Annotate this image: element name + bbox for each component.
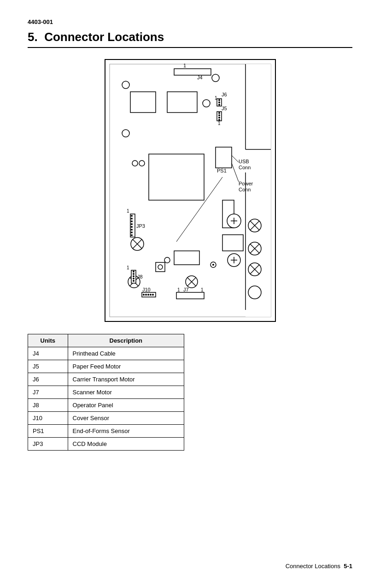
svg-text:Conn: Conn xyxy=(239,187,251,192)
svg-point-81 xyxy=(133,271,134,273)
svg-rect-24 xyxy=(130,92,156,113)
svg-point-85 xyxy=(133,280,134,282)
svg-text:J5: J5 xyxy=(222,106,227,111)
svg-text:1: 1 xyxy=(215,95,217,101)
footer: Connector Locations 5-1 xyxy=(286,563,352,570)
svg-point-47 xyxy=(131,232,133,233)
table-row: J8Operator Panel xyxy=(28,399,184,412)
svg-point-19 xyxy=(218,114,220,116)
unit-cell: J6 xyxy=(28,373,68,386)
svg-point-9 xyxy=(212,74,219,82)
svg-point-14 xyxy=(218,104,220,106)
unit-cell: J5 xyxy=(28,360,68,373)
svg-point-91 xyxy=(147,294,149,296)
description-cell: Printhead Cable xyxy=(68,347,184,360)
svg-text:J10: J10 xyxy=(142,287,151,292)
svg-point-84 xyxy=(133,278,134,279)
svg-point-46 xyxy=(131,229,133,231)
description-cell: Cover Sensor xyxy=(68,412,184,425)
description-cell: Paper Feed Motor xyxy=(68,360,184,373)
description-cell: CCD Module xyxy=(68,438,184,451)
svg-text:USB: USB xyxy=(239,159,249,164)
description-cell: Operator Panel xyxy=(68,399,184,412)
unit-cell: PS1 xyxy=(28,425,68,438)
svg-point-42 xyxy=(131,218,133,220)
svg-text:Conn: Conn xyxy=(239,165,251,170)
table-row: J6Carrier Transport Motor xyxy=(28,373,184,386)
svg-point-67 xyxy=(164,257,170,263)
description-cell: Scanner Motor xyxy=(68,386,184,399)
unit-cell: J8 xyxy=(28,399,68,412)
svg-text:Power: Power xyxy=(239,181,253,186)
col2-header: Description xyxy=(68,334,184,347)
svg-rect-95 xyxy=(176,292,204,299)
svg-point-92 xyxy=(150,294,152,296)
svg-point-29 xyxy=(139,160,145,166)
svg-rect-30 xyxy=(149,154,204,200)
svg-rect-6 xyxy=(174,69,211,75)
svg-point-27 xyxy=(122,130,129,137)
svg-point-26 xyxy=(203,100,210,107)
table-row: J5Paper Feed Motor xyxy=(28,360,184,373)
svg-point-28 xyxy=(132,160,138,166)
svg-text:1: 1 xyxy=(218,121,221,126)
svg-text:PS1: PS1 xyxy=(217,168,227,173)
unit-cell: J10 xyxy=(28,412,68,425)
svg-text:J7: J7 xyxy=(183,287,189,292)
footer-page: 5-1 xyxy=(344,563,352,570)
svg-text:1: 1 xyxy=(177,287,180,292)
svg-point-43 xyxy=(131,220,133,222)
svg-point-90 xyxy=(145,294,147,296)
unit-cell: J4 xyxy=(28,347,68,360)
svg-text:1: 1 xyxy=(201,287,204,292)
svg-point-82 xyxy=(133,273,134,275)
table-row: J10Cover Sensor xyxy=(28,412,184,425)
svg-rect-40 xyxy=(130,214,135,237)
section-title: 5. Connector Locations xyxy=(28,30,352,48)
svg-text:JP3: JP3 xyxy=(136,223,145,229)
svg-point-72 xyxy=(158,265,163,269)
description-cell: End-of-Forms Sensor xyxy=(68,425,184,438)
table-row: J4Printhead Cable xyxy=(28,347,184,360)
svg-text:1: 1 xyxy=(127,265,129,270)
svg-point-44 xyxy=(131,223,133,225)
svg-point-93 xyxy=(152,294,154,296)
svg-text:1: 1 xyxy=(127,208,129,214)
svg-point-13 xyxy=(218,101,220,103)
description-cell: Carrier Transport Motor xyxy=(68,373,184,386)
doc-number: 4403-001 xyxy=(28,18,352,25)
svg-point-83 xyxy=(133,275,134,277)
svg-text:J8: J8 xyxy=(137,274,143,279)
svg-point-20 xyxy=(218,117,220,119)
svg-rect-25 xyxy=(167,92,197,113)
col1-header: Units xyxy=(28,334,68,347)
table-row: PS1End-of-Forms Sensor xyxy=(28,425,184,438)
svg-point-41 xyxy=(131,215,133,217)
svg-point-89 xyxy=(143,294,145,296)
svg-point-98 xyxy=(248,286,261,299)
connector-table: Units Description J4Printhead CableJ5Pap… xyxy=(28,334,184,451)
svg-text:J4: J4 xyxy=(197,75,203,80)
svg-text:J6: J6 xyxy=(222,92,227,97)
svg-rect-31 xyxy=(216,147,232,168)
unit-cell: JP3 xyxy=(28,438,68,451)
footer-text: Connector Locations xyxy=(286,563,340,570)
svg-point-12 xyxy=(218,99,220,101)
svg-point-48 xyxy=(131,234,133,236)
table-row: JP3CCD Module xyxy=(28,438,184,451)
connector-diagram: 1 J4 J6 1 J5 1 xyxy=(28,57,352,325)
svg-point-23 xyxy=(122,81,129,89)
svg-rect-54 xyxy=(222,235,243,251)
table-section: Units Description J4Printhead CableJ5Pap… xyxy=(28,334,352,451)
svg-rect-70 xyxy=(174,251,199,265)
svg-point-69 xyxy=(212,264,214,266)
svg-point-18 xyxy=(218,112,220,114)
unit-cell: J7 xyxy=(28,386,68,399)
svg-point-45 xyxy=(131,226,133,228)
svg-text:1: 1 xyxy=(183,63,186,68)
table-row: J7Scanner Motor xyxy=(28,386,184,399)
